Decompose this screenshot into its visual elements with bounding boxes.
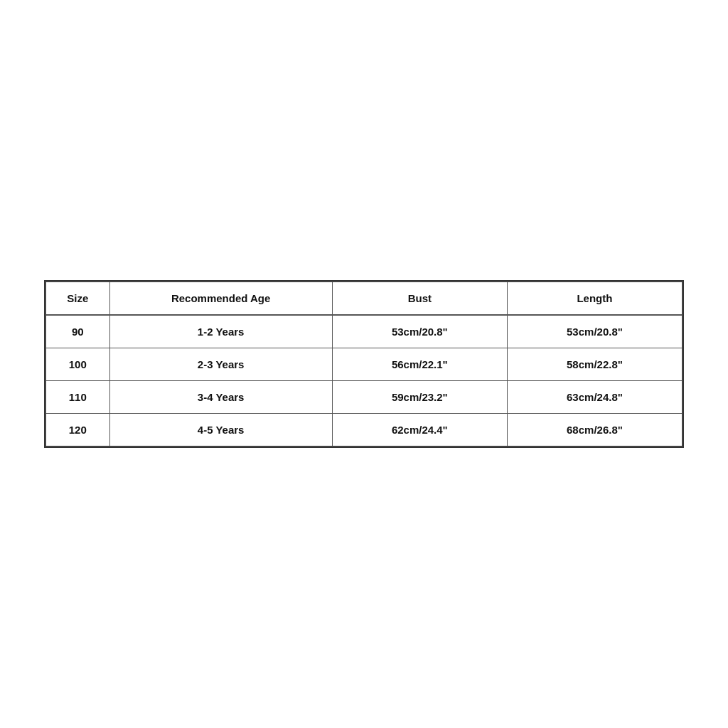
header-length: Length	[507, 282, 682, 316]
cell-size: 90	[46, 315, 110, 348]
cell-length: 58cm/22.8"	[507, 348, 682, 381]
header-age: Recommended Age	[109, 282, 332, 316]
size-chart-container: Size Recommended Age Bust Length 901-2 Y…	[44, 280, 684, 448]
cell-size: 110	[46, 381, 110, 414]
table-row: 1204-5 Years62cm/24.4"68cm/26.8"	[46, 414, 682, 446]
cell-length: 53cm/20.8"	[507, 315, 682, 348]
table-row: 901-2 Years53cm/20.8"53cm/20.8"	[46, 315, 682, 348]
table-row: 1103-4 Years59cm/23.2"63cm/24.8"	[46, 381, 682, 414]
cell-age: 4-5 Years	[109, 414, 332, 446]
cell-age: 1-2 Years	[109, 315, 332, 348]
cell-length: 68cm/26.8"	[507, 414, 682, 446]
cell-bust: 56cm/22.1"	[332, 348, 507, 381]
header-bust: Bust	[332, 282, 507, 316]
header-size: Size	[46, 282, 110, 316]
size-chart-table: Size Recommended Age Bust Length 901-2 Y…	[46, 282, 682, 446]
cell-bust: 59cm/23.2"	[332, 381, 507, 414]
cell-size: 100	[46, 348, 110, 381]
cell-size: 120	[46, 414, 110, 446]
cell-age: 3-4 Years	[109, 381, 332, 414]
table-header-row: Size Recommended Age Bust Length	[46, 282, 682, 316]
table-row: 1002-3 Years56cm/22.1"58cm/22.8"	[46, 348, 682, 381]
cell-length: 63cm/24.8"	[507, 381, 682, 414]
cell-age: 2-3 Years	[109, 348, 332, 381]
cell-bust: 53cm/20.8"	[332, 315, 507, 348]
cell-bust: 62cm/24.4"	[332, 414, 507, 446]
